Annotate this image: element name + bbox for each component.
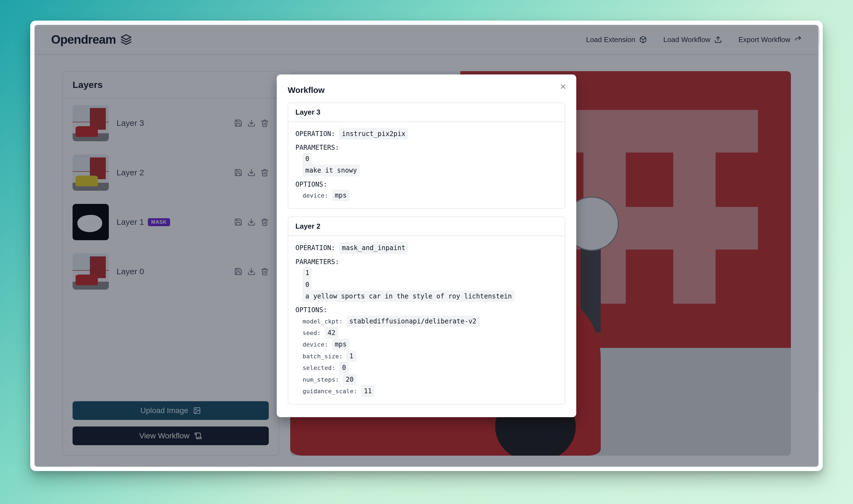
parameter-value: 1 xyxy=(303,267,312,278)
option-value: mps xyxy=(332,190,349,201)
option-value: mps xyxy=(332,339,349,350)
option-key: device: xyxy=(303,341,328,348)
parameter-value: 0 xyxy=(303,153,312,165)
parameters-label: PARAMETERS: xyxy=(295,142,558,153)
options-label: OPTIONS: xyxy=(295,179,558,190)
option-value: 1 xyxy=(346,350,356,362)
option-key: guidance_scale: xyxy=(303,388,357,395)
option-value: 20 xyxy=(343,374,357,385)
option-value: 0 xyxy=(339,362,349,374)
option-key: batch_size: xyxy=(303,353,343,360)
option-value: 42 xyxy=(325,327,338,339)
workflow-card: Layer 3 OPERATION: instruct_pix2pix PARA… xyxy=(288,103,565,209)
close-icon[interactable] xyxy=(559,83,567,90)
workflow-card: Layer 2 OPERATION: mask_and_inpaint PARA… xyxy=(288,217,565,404)
parameters-label: PARAMETERS: xyxy=(295,257,558,267)
operation-value: mask_and_inpaint xyxy=(339,242,408,254)
workflow-card-title: Layer 3 xyxy=(288,103,565,122)
workflow-card-body: OPERATION: instruct_pix2pix PARAMETERS: … xyxy=(288,122,565,208)
operation-label: OPERATION: xyxy=(295,244,335,252)
parameter-value: a yellow sports car in the style of roy … xyxy=(303,290,514,302)
option-value: stablediffusionapi/deliberate-v2 xyxy=(346,316,479,327)
parameter-value: make it snowy xyxy=(303,165,360,176)
option-key: seed: xyxy=(303,329,321,336)
operation-label: OPERATION: xyxy=(295,130,335,138)
workflow-modal: Workflow Layer 3 OPERATION: instruct_pix… xyxy=(277,74,576,417)
workflow-card-body: OPERATION: mask_and_inpaint PARAMETERS: … xyxy=(288,236,565,404)
modal-title: Workflow xyxy=(288,86,565,95)
option-key: model_ckpt: xyxy=(303,318,343,325)
inner-frame: Opendream Load Extension Lo xyxy=(34,24,819,467)
parameter-value: 0 xyxy=(303,279,312,290)
operation-value: instruct_pix2pix xyxy=(339,128,408,140)
option-key: selected: xyxy=(303,364,335,371)
app-window: Opendream Load Extension Lo xyxy=(30,21,823,471)
option-value: 11 xyxy=(361,385,375,397)
option-key: device: xyxy=(303,192,328,199)
option-key: num_steps: xyxy=(303,376,339,383)
modal-overlay[interactable]: Workflow Layer 3 OPERATION: instruct_pix… xyxy=(35,25,818,467)
options-label: OPTIONS: xyxy=(295,305,558,315)
workflow-card-title: Layer 2 xyxy=(288,217,565,236)
